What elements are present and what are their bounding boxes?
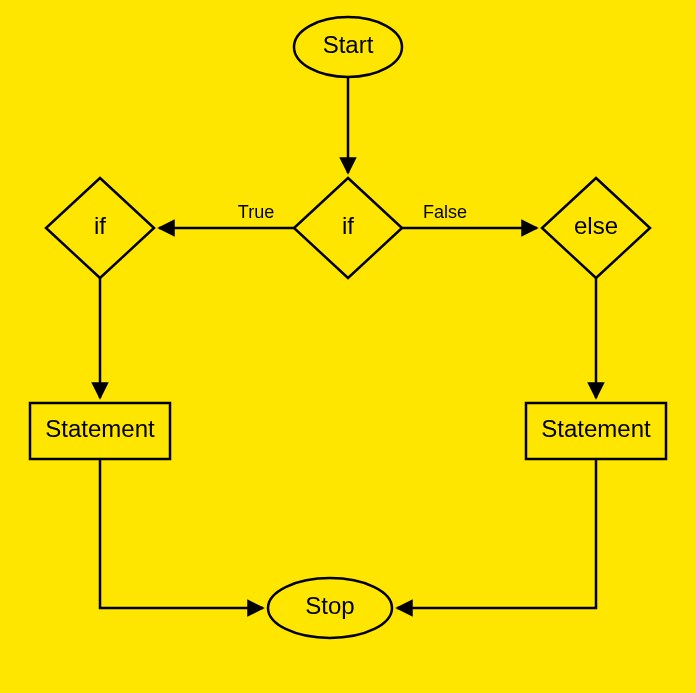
stop-node: Stop	[268, 578, 392, 638]
flowchart: Start if if else True False Statement St…	[0, 0, 696, 693]
start-label: Start	[323, 31, 374, 58]
decision-right: else	[542, 178, 650, 278]
decision-left: if	[46, 178, 154, 278]
decision-right-label: else	[574, 212, 618, 239]
decision-center: if	[294, 178, 402, 278]
statement-left-label: Statement	[45, 415, 155, 442]
arrow-stmt-right-to-stop	[397, 459, 596, 608]
decision-left-label: if	[94, 212, 106, 239]
statement-right: Statement	[526, 403, 666, 459]
statement-left: Statement	[30, 403, 170, 459]
statement-right-label: Statement	[541, 415, 651, 442]
decision-center-label: if	[342, 212, 354, 239]
arrow-stmt-left-to-stop	[100, 459, 263, 608]
edge-label-true: True	[238, 202, 274, 222]
start-node: Start	[294, 17, 402, 77]
stop-label: Stop	[305, 592, 354, 619]
edge-label-false: False	[423, 202, 467, 222]
